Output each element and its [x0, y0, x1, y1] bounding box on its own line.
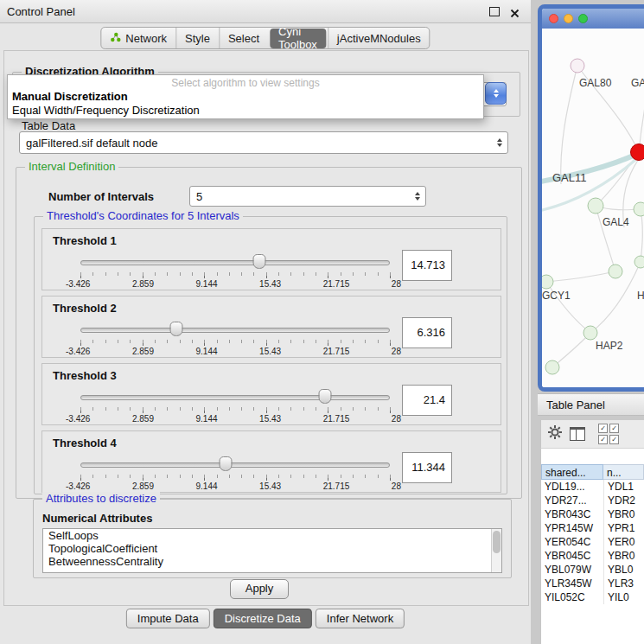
threshold-1-slider[interactable]: [80, 253, 390, 271]
slider-track[interactable]: [80, 462, 390, 468]
network-node[interactable]: [571, 59, 584, 73]
cell-shared-name[interactable]: YBR043C: [541, 507, 603, 521]
window-minimize-button[interactable]: [564, 14, 573, 23]
tab-cyni-toolbox[interactable]: Cyni Toolbox: [270, 29, 326, 48]
column-header-shared-name[interactable]: shared...: [541, 464, 603, 480]
num-intervals-label: Number of Intervals: [48, 190, 154, 203]
cell-name[interactable]: YBL0: [603, 563, 644, 577]
list-scrollbar[interactable]: [491, 529, 501, 572]
cell-shared-name[interactable]: YDL19...: [541, 480, 603, 494]
table-row[interactable]: YBL079WYBL0: [541, 563, 644, 577]
threshold-3-slider[interactable]: [80, 388, 390, 405]
apply-button[interactable]: Apply: [230, 579, 289, 599]
table-row[interactable]: YBR045CYBR0: [541, 549, 644, 563]
slider-thumb[interactable]: [169, 322, 182, 336]
gear-icon[interactable]: [548, 425, 562, 443]
numerical-attributes-list[interactable]: SelfLoopsTopologicalCoefficientBetweenne…: [42, 528, 502, 573]
list-item[interactable]: TopologicalCoefficient: [43, 542, 501, 555]
table-row[interactable]: YDL19...YDL1: [541, 480, 644, 494]
tab-style[interactable]: Style: [175, 28, 219, 48]
slider-track[interactable]: [80, 260, 390, 265]
tab-select[interactable]: Select: [219, 28, 268, 48]
tab-infer-network[interactable]: Infer Network: [316, 609, 405, 628]
window-zoom-button[interactable]: [578, 14, 588, 23]
dropdown-option-equal-width[interactable]: Equal Width/Frequency Discretization: [8, 104, 483, 118]
network-window-titlebar[interactable]: [542, 9, 644, 29]
dropdown-option-manual[interactable]: Manual Discretization: [8, 90, 483, 104]
cell-shared-name[interactable]: YPR145W: [541, 521, 603, 535]
checkbox-icon[interactable]: ✓: [609, 435, 619, 444]
cell-name[interactable]: YDR2: [603, 494, 644, 507]
network-canvas[interactable]: GAL80 GA GAL11 GAL4 GCY1 H HAP2: [542, 29, 644, 387]
table-row[interactable]: YBR043CYBR0: [541, 507, 644, 521]
checkbox-icon[interactable]: ✓: [609, 424, 619, 433]
column-header-name[interactable]: n...: [603, 464, 644, 480]
tab-network[interactable]: Network: [101, 28, 175, 48]
column-visibility-icons[interactable]: ✓ ✓ ✓ ✓: [598, 424, 619, 444]
scrollbar-thumb[interactable]: [493, 531, 501, 553]
threshold-3-value-field[interactable]: 21.4: [402, 385, 452, 416]
network-node[interactable]: [609, 265, 622, 278]
threshold-2-slider[interactable]: [80, 321, 390, 338]
table-row[interactable]: YPR145WYPR1: [541, 521, 644, 535]
float-icon[interactable]: [489, 7, 500, 16]
node-label-hap2: HAP2: [596, 340, 622, 352]
window-close-button[interactable]: [549, 14, 558, 23]
slider-track[interactable]: [80, 395, 390, 400]
cell-name[interactable]: YPR1: [603, 521, 644, 535]
network-node[interactable]: [545, 360, 559, 374]
cell-name[interactable]: YER0: [603, 535, 644, 549]
table-row[interactable]: YER054CYER0: [541, 535, 644, 549]
slider-thumb[interactable]: [318, 389, 331, 404]
slider-track[interactable]: [80, 328, 390, 333]
tick-label: 21.715: [323, 279, 350, 289]
threshold-2-value-field[interactable]: 6.316: [402, 317, 452, 348]
network-node-red[interactable]: [631, 144, 644, 161]
cell-name[interactable]: YIL0: [603, 590, 644, 604]
network-node[interactable]: [588, 198, 603, 214]
cell-shared-name[interactable]: YIL052C: [541, 590, 603, 604]
tab-label: Select: [228, 32, 259, 45]
tick-label: 9.144: [196, 279, 218, 289]
list-item[interactable]: SelfLoops: [43, 529, 501, 542]
table-row[interactable]: YIL052CYIL0: [541, 590, 644, 604]
tab-jactivemnodules[interactable]: jActiveMNodules: [328, 28, 430, 48]
cell-shared-name[interactable]: YLR345W: [541, 577, 603, 590]
num-intervals-combobox[interactable]: 5: [189, 186, 426, 207]
checkbox-icon[interactable]: ✓: [598, 435, 608, 444]
network-node[interactable]: [634, 256, 644, 268]
close-icon[interactable]: [510, 6, 520, 16]
network-node[interactable]: [583, 326, 597, 340]
threshold-1-value-field[interactable]: 14.713: [402, 250, 452, 281]
list-item[interactable]: BetweennessCentrality: [43, 555, 501, 568]
threshold-4-slider[interactable]: [80, 456, 390, 473]
cell-name[interactable]: YBR0: [603, 549, 644, 563]
tick-label: 2.859: [132, 481, 154, 491]
slider-thumb[interactable]: [220, 456, 233, 471]
slider-thumb[interactable]: [252, 254, 265, 269]
tab-discretize-data[interactable]: Discretize Data: [214, 609, 312, 628]
cell-name[interactable]: YDL1: [603, 480, 644, 494]
network-node[interactable]: [634, 202, 644, 216]
tick-label: -3.426: [66, 481, 90, 491]
tab-impute-data[interactable]: Impute Data: [126, 609, 210, 628]
table-row[interactable]: YLR345WYLR3: [541, 577, 644, 590]
combo-stepper-icon[interactable]: [485, 82, 507, 105]
cell-shared-name[interactable]: YER054C: [541, 535, 603, 549]
cell-shared-name[interactable]: YDR27...: [541, 494, 603, 507]
cell-shared-name[interactable]: YBL079W: [541, 563, 603, 577]
checkbox-icon[interactable]: ✓: [598, 424, 608, 433]
threshold-4-value-field[interactable]: 11.344: [402, 452, 452, 483]
tick-label: 2.859: [132, 279, 154, 289]
table-panel-title: Table Panel: [546, 399, 605, 411]
table-data-combobox[interactable]: galFiltered.sif default node: [19, 131, 508, 154]
tick-label: 21.715: [323, 414, 350, 424]
control-panel: Control Panel Network Style Select: [0, 0, 531, 644]
cell-name[interactable]: YLR3: [603, 577, 644, 590]
node-label-gal4: GAL4: [603, 216, 629, 228]
network-node[interactable]: [542, 275, 553, 289]
cell-shared-name[interactable]: YBR045C: [541, 549, 603, 563]
cell-name[interactable]: YBR0: [603, 507, 644, 521]
table-row[interactable]: YDR27...YDR2: [541, 494, 644, 507]
columns-icon[interactable]: [570, 427, 585, 441]
